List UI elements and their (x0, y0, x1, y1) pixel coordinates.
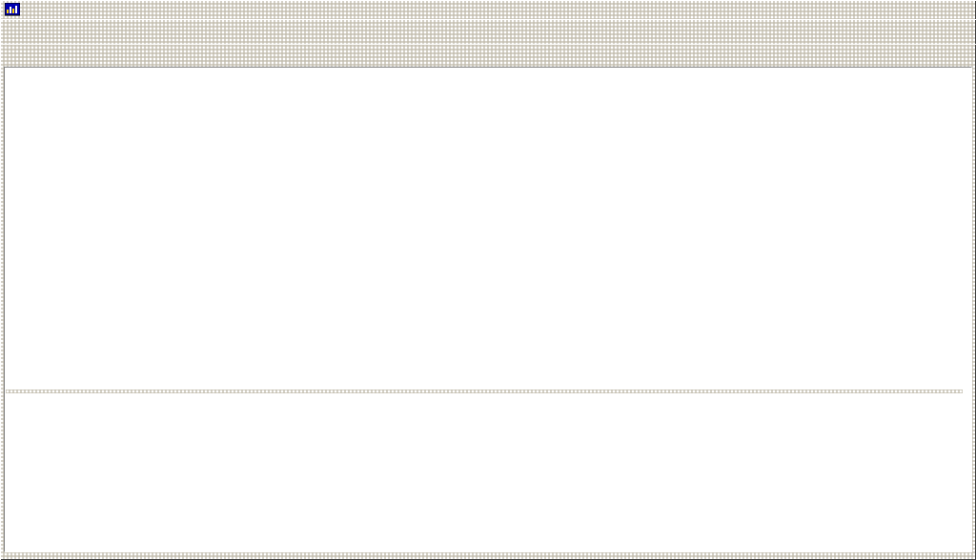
menu-bar (0, 0, 976, 19)
rsi-title (13, 399, 16, 410)
pane-divider[interactable] (6, 390, 963, 393)
application-window (0, 0, 976, 560)
timeframe-bar (0, 44, 976, 68)
chart-client-area (6, 69, 963, 550)
toolbar (0, 19, 976, 45)
app-icon[interactable] (5, 3, 20, 16)
chart-window (4, 67, 972, 552)
